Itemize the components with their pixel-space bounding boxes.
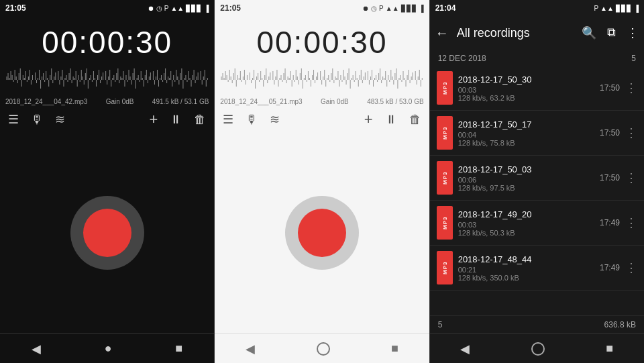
more-icon-4[interactable]: ⋮ (625, 215, 637, 230)
p-icon: P (164, 5, 169, 12)
recording-info-1: 2018-12-17_50_30 00:03 128 kb/s, 63.2 kB (458, 74, 600, 102)
record-button-2[interactable] (285, 196, 359, 270)
mp3-badge-3: MP3 (437, 161, 453, 195)
footer-count: 5 (438, 320, 443, 329)
timer-2: 00:00:30 (215, 16, 429, 63)
recording-name-3: 2018-12-17_50_03 (458, 164, 600, 174)
list-icon-2[interactable]: ☰ (223, 112, 233, 127)
mic-icon-1[interactable]: 🎙 (31, 113, 43, 127)
recording-time-5: 17:49 (600, 263, 620, 272)
nav-recent-3[interactable]: ■ (606, 342, 613, 356)
nav-home-2[interactable] (317, 342, 330, 356)
record-button-1[interactable] (70, 196, 144, 270)
mp3-badge-2: MP3 (437, 116, 453, 150)
clock-icon: ◷ (156, 5, 162, 12)
back-button[interactable]: ← (435, 25, 449, 41)
delete-icon-1[interactable]: 🗑 (194, 113, 206, 127)
levels-icon-1[interactable]: ≋ (55, 112, 65, 127)
status-bar-2: 21:05 ⏺ ◷ P ▲▲ ▊▊▊ ▐ (215, 0, 429, 16)
recording-info-2: 2018-12-17_50_17 00:04 128 kb/s, 75.8 kB (458, 119, 600, 147)
wifi-icon-3: ▊▊▊ (616, 5, 632, 12)
more-icon-1[interactable]: ⋮ (625, 81, 637, 95)
recordings-list: MP3 2018-12-17_50_30 00:03 128 kb/s, 63.… (430, 66, 644, 315)
mp3-badge-1: MP3 (437, 71, 453, 105)
list-item[interactable]: MP3 2018-12-17_48_44 00:21 128 kb/s, 350… (430, 246, 644, 291)
bottom-nav-2: ◀ ■ (215, 333, 429, 363)
battery-icon-2: ▐ (419, 5, 424, 12)
copy-icon[interactable]: ⧉ (607, 25, 616, 40)
filename-2: 2018_12_24___05_21.mp3 (220, 98, 302, 105)
record-dot-icon: ⏺ (148, 5, 154, 12)
nav-recent-1[interactable]: ■ (175, 342, 182, 356)
p-icon-3: P (594, 5, 598, 12)
bottom-nav-3: ◀ ■ (430, 333, 644, 363)
wifi-icon-2: ▊▊▊ (401, 5, 417, 12)
storage-1: 491.5 kB / 53.1 GB (152, 98, 209, 105)
toolbar-right-1: + ⏸ 🗑 (149, 111, 206, 128)
status-time-2: 21:05 (220, 3, 241, 13)
toolbar-right-2: + ⏸ 🗑 (364, 111, 421, 128)
add-icon-2[interactable]: + (364, 111, 373, 128)
mp3-badge-4: MP3 (437, 206, 453, 240)
recording-info-3: 2018-12-17_50_03 00:06 128 kb/s, 97.5 kB (458, 164, 600, 192)
mic-icon-2[interactable]: 🎙 (246, 113, 258, 127)
recording-time-3: 17:50 (600, 173, 620, 183)
add-icon-1[interactable]: + (149, 111, 158, 128)
gain-2: Gain 0dB (321, 98, 349, 105)
file-info-2: 2018_12_24___05_21.mp3 Gain 0dB 483.5 kB… (215, 97, 429, 107)
panel-dark-recording: 21:05 ⏺ ◷ P ▲▲ ▊▊▊ ▐ 00:00:30 2018_12_24… (0, 0, 214, 363)
nav-back-2[interactable]: ◀ (246, 342, 255, 356)
clock-icon-2: ◷ (371, 5, 377, 12)
storage-2: 483.5 kB / 53.0 GB (367, 98, 424, 105)
status-bar-1: 21:05 ⏺ ◷ P ▲▲ ▊▊▊ ▐ (0, 0, 214, 16)
battery-icon: ▐ (204, 5, 209, 12)
list-header: ← All recordings 🔍 ⧉ ⋮ (430, 16, 644, 50)
recording-time-4: 17:49 (600, 218, 620, 227)
pause-icon-1[interactable]: ⏸ (170, 113, 182, 127)
date-label: 12 DEC 2018 (438, 54, 486, 63)
wifi-icon: ▊▊▊ (186, 5, 202, 12)
list-item[interactable]: MP3 2018-12-17_50_17 00:04 128 kb/s, 75.… (430, 111, 644, 156)
recording-name-5: 2018-12-17_48_44 (458, 254, 600, 264)
list-item[interactable]: MP3 2018-12-17_50_30 00:03 128 kb/s, 63.… (430, 66, 644, 111)
nav-back-3[interactable]: ◀ (460, 342, 470, 356)
recording-name-4: 2018-12-17_49_20 (458, 209, 600, 219)
status-icons-1: ⏺ ◷ P ▲▲ ▊▊▊ ▐ (148, 5, 209, 12)
recording-meta-4: 00:03 128 kb/s, 50.3 kB (458, 221, 600, 237)
more-icon-2[interactable]: ⋮ (625, 125, 637, 140)
p-icon-2: P (379, 5, 384, 12)
recording-name-1: 2018-12-17_50_30 (458, 74, 600, 85)
more-icon-3[interactable]: ⋮ (625, 170, 637, 185)
list-item[interactable]: MP3 2018-12-17_49_20 00:03 128 kb/s, 50.… (430, 201, 644, 246)
header-icons: 🔍 ⧉ ⋮ (582, 25, 639, 40)
date-group-header: 12 DEC 2018 5 (430, 50, 644, 66)
file-info-1: 2018_12_24___04_42.mp3 Gain 0dB 491.5 kB… (0, 97, 214, 107)
list-icon-1[interactable]: ☰ (8, 112, 19, 127)
recording-meta-1: 00:03 128 kb/s, 63.2 kB (458, 86, 600, 102)
more-options-icon[interactable]: ⋮ (627, 25, 639, 40)
more-icon-5[interactable]: ⋮ (625, 260, 637, 275)
toolbar-1: ☰ 🎙 ≋ + ⏸ 🗑 (0, 107, 214, 132)
recording-info-4: 2018-12-17_49_20 00:03 128 kb/s, 50.3 kB (458, 209, 600, 237)
nav-home-1[interactable]: ● (105, 342, 112, 356)
recording-meta-3: 00:06 128 kb/s, 97.5 kB (458, 176, 600, 192)
date-count: 5 (631, 54, 636, 63)
levels-icon-2[interactable]: ≋ (270, 112, 280, 127)
waveform-1 (5, 63, 209, 97)
pause-icon-2[interactable]: ⏸ (385, 113, 397, 127)
recording-meta-2: 00:04 128 kb/s, 75.8 kB (458, 131, 600, 147)
gain-1: Gain 0dB (106, 98, 134, 105)
recording-info-5: 2018-12-17_48_44 00:21 128 kb/s, 350.0 k… (458, 254, 600, 282)
nav-recent-2[interactable]: ■ (391, 342, 398, 356)
battery-icon-3: ▐ (634, 5, 639, 12)
nav-home-3[interactable] (531, 342, 545, 356)
search-icon[interactable]: 🔍 (582, 25, 596, 40)
bottom-nav-1: ◀ ● ■ (0, 333, 214, 363)
recording-time-2: 17:50 (600, 128, 620, 138)
nav-back-1[interactable]: ◀ (32, 342, 41, 356)
list-item[interactable]: MP3 2018-12-17_50_03 00:06 128 kb/s, 97.… (430, 156, 644, 201)
panel-light-recording: 21:05 ⏺ ◷ P ▲▲ ▊▊▊ ▐ 00:00:30 2018_12_24… (215, 0, 429, 363)
waveform-2 (220, 63, 423, 97)
toolbar-left-1: ☰ 🎙 ≋ (8, 112, 65, 127)
delete-icon-2[interactable]: 🗑 (409, 113, 421, 127)
